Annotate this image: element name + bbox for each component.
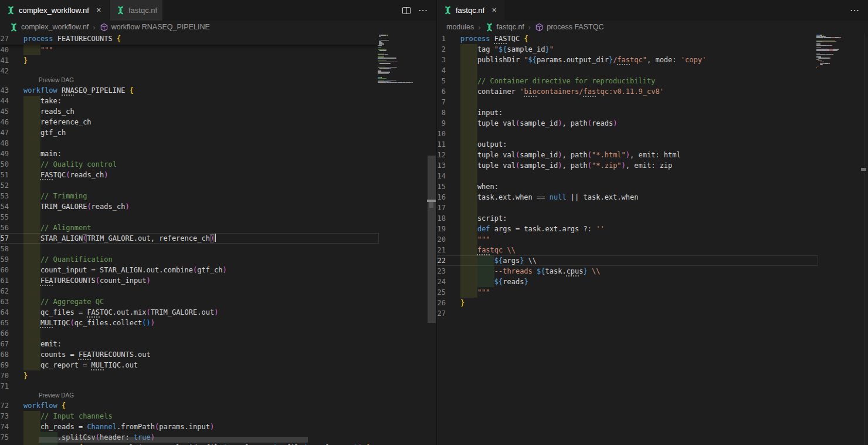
code-line[interactable]: 73 // Input channels: [0, 411, 379, 422]
code-line[interactable]: 8 input:: [437, 107, 818, 118]
code-line[interactable]: 64 qc_files = FASTQC.out.mix(TRIM_GALORE…: [0, 307, 379, 318]
code-line[interactable]: 1process FASTQC {: [437, 33, 818, 44]
code-line[interactable]: 12 tuple val(sample_id), path("*.html"),…: [437, 150, 818, 160]
code-line[interactable]: 43workflow RNASEQ_PIPELINE {: [0, 85, 379, 96]
breadcrumb-item-process-fastqc[interactable]: process FASTQC: [535, 23, 603, 32]
code-line[interactable]: 55: [0, 212, 379, 222]
code-line[interactable]: 67 emit:: [0, 339, 379, 349]
sash-drag-handle[interactable]: [427, 200, 436, 209]
code-text: ${args} \\: [460, 255, 818, 266]
sticky-scroll-line[interactable]: 27process FEATURECOUNTS {: [0, 33, 379, 45]
code-line[interactable]: 40 """: [0, 45, 379, 55]
codelens-preview-dag[interactable]: Preview DAG: [0, 392, 379, 400]
code-line[interactable]: 54 TRIM_GALORE(reads_ch): [0, 201, 379, 212]
code-line[interactable]: 63 // Aggregate QC: [0, 296, 379, 307]
tab-bar-right: fastqc.nf× ⋯: [437, 0, 868, 21]
line-number: 65: [0, 318, 23, 328]
code-line[interactable]: 25 """: [437, 287, 818, 298]
code-line[interactable]: 66: [0, 328, 379, 339]
code-line[interactable]: 2 tag "${sample_id}": [437, 44, 818, 55]
code-line[interactable]: 41}: [0, 55, 379, 66]
editor-left[interactable]: 27process FEATURECOUNTS {40 """41}42Prev…: [0, 33, 436, 445]
code-line[interactable]: 21 fastqc \\: [437, 245, 818, 255]
code-line[interactable]: 7: [437, 97, 818, 107]
vertical-scrollbar-left[interactable]: [428, 33, 436, 445]
code-line[interactable]: 49 main:: [0, 149, 379, 159]
code-text: input:: [460, 107, 818, 118]
editor-right[interactable]: 1process FASTQC {2 tag "${sample_id}"3 p…: [437, 33, 868, 445]
code-line[interactable]: 60 count_input = STAR_ALIGN.out.combine(…: [0, 265, 379, 275]
line-number: 53: [0, 191, 23, 201]
code-line[interactable]: 19 def args = task.ext.args ?: '': [437, 224, 818, 234]
line-number: 75: [0, 432, 23, 443]
code-line[interactable]: 14: [437, 171, 818, 181]
code-text: script:: [460, 213, 818, 224]
tab-fastqc-nf[interactable]: fastqc.nf: [110, 0, 163, 21]
line-number: 21: [437, 245, 460, 255]
code-line[interactable]: 46 reference_ch: [0, 117, 379, 127]
code-line[interactable]: 16 task.ext.when == null || task.ext.whe…: [437, 192, 818, 203]
code-line[interactable]: 44 take:: [0, 96, 379, 106]
code-line[interactable]: 53 // Trimming: [0, 191, 379, 201]
code-text: [460, 308, 818, 319]
minimap-left[interactable]: [378, 35, 425, 83]
code-line[interactable]: 61 FEATURECOUNTS(count_input): [0, 275, 379, 286]
code-line[interactable]: 69 qc_report = MULTIQC.out: [0, 360, 379, 370]
code-line[interactable]: 57 STAR_ALIGN(TRIM_GALORE.out, reference…: [0, 233, 379, 244]
code-line[interactable]: 47 gtf_ch: [0, 127, 379, 138]
code-line[interactable]: 62: [0, 286, 379, 296]
more-actions-button[interactable]: ⋯: [418, 5, 428, 16]
code-line[interactable]: 13 tuple val(sample_id), path("*.zip"), …: [437, 160, 818, 171]
breadcrumb-item-fastqc-nf[interactable]: fastqc.nf: [485, 23, 524, 32]
tab-fastqc-nf[interactable]: fastqc.nf×: [437, 0, 505, 21]
code-line[interactable]: 58: [0, 244, 379, 254]
code-line[interactable]: 26}: [437, 298, 818, 308]
code-text: [23, 286, 379, 296]
tab-label: fastqc.nf: [128, 6, 157, 15]
code-line[interactable]: 9 tuple val(sample_id), path(reads): [437, 118, 818, 129]
scrollbar-slider[interactable]: [428, 156, 436, 323]
split-editor-button[interactable]: [402, 6, 411, 15]
code-line[interactable]: 20 """: [437, 234, 818, 245]
tab-close-icon[interactable]: ×: [489, 5, 499, 15]
code-line[interactable]: 51 FASTQC(reads_ch): [0, 170, 379, 180]
code-line[interactable]: 23 --threads ${task.cpus} \\: [437, 266, 818, 277]
code-line[interactable]: 24 ${reads}: [437, 277, 818, 287]
more-actions-button[interactable]: ⋯: [850, 5, 860, 16]
minimap-right[interactable]: [816, 35, 857, 69]
code-line[interactable]: 22 ${args} \\: [437, 255, 818, 266]
code-line[interactable]: 18 script:: [437, 213, 818, 224]
tab-close-icon[interactable]: ×: [94, 5, 104, 15]
code-line[interactable]: 27: [437, 308, 818, 319]
code-line[interactable]: 59 // Quantification: [0, 254, 379, 265]
code-line[interactable]: 76 .map { row -> tuple(row.sample_id, fi…: [0, 443, 379, 445]
code-line[interactable]: 45 reads_ch: [0, 106, 379, 117]
code-line[interactable]: 65 MULTIQC(qc_files.collect()): [0, 318, 379, 328]
breadcrumb-item-complex-workflow-nf[interactable]: complex_workflow.nf: [9, 23, 89, 32]
code-line[interactable]: 5 // Container directive for reproducibi…: [437, 76, 818, 86]
code-line[interactable]: 11 output:: [437, 139, 818, 150]
code-line[interactable]: 15 when:: [437, 181, 818, 192]
code-line[interactable]: 50 // Quality control: [0, 159, 379, 170]
code-line[interactable]: 48: [0, 138, 379, 149]
code-line[interactable]: 70}: [0, 370, 379, 381]
code-line[interactable]: 6 container 'biocontainers/fastqc:v0.11.…: [437, 86, 818, 97]
breadcrumb-item-modules[interactable]: modules: [446, 23, 474, 31]
breadcrumb-item-workflow-rnaseq-pipeline[interactable]: workflow RNASEQ_PIPELINE: [100, 23, 210, 32]
code-line[interactable]: 42: [0, 66, 379, 76]
horizontal-scrollbar-left[interactable]: [39, 437, 308, 443]
code-line[interactable]: 68 counts = FEATURECOUNTS.out: [0, 349, 379, 360]
code-line[interactable]: 10: [437, 129, 818, 139]
code-line[interactable]: 71: [0, 381, 379, 392]
codelens-preview-dag[interactable]: Preview DAG: [0, 76, 379, 85]
code-line[interactable]: 4: [437, 65, 818, 76]
line-number: 40: [0, 45, 23, 55]
code-line[interactable]: 72workflow {: [0, 400, 379, 411]
code-text: [460, 171, 818, 181]
code-line[interactable]: 52: [0, 180, 379, 191]
code-line[interactable]: 56 // Alignment: [0, 222, 379, 233]
code-line[interactable]: 74 ch_reads = Channel.fromPath(params.in…: [0, 422, 379, 432]
code-line[interactable]: 3 publishDir "${params.output_dir}/fastq…: [437, 55, 818, 65]
code-line[interactable]: 17: [437, 203, 818, 213]
tab-complex-workflow-nf[interactable]: complex_workflow.nf×: [0, 0, 110, 21]
